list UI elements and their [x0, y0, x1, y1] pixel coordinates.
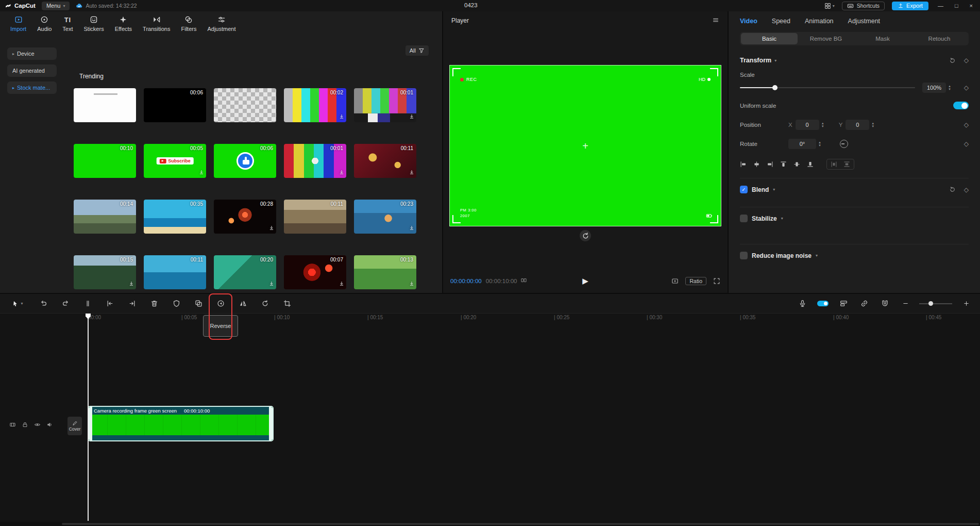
stock-thumbnail-red-fireworks[interactable]: 00:07	[284, 255, 346, 289]
video-preview[interactable]: REC HD PM 3:002007 +	[449, 65, 721, 226]
media-tab-text[interactable]: TIText	[61, 15, 74, 32]
maximize-button[interactable]: □	[953, 3, 960, 9]
align-top-button[interactable]	[780, 161, 787, 168]
clip-left-handle[interactable]	[89, 407, 92, 440]
reset-blend-button[interactable]	[949, 186, 956, 193]
stock-thumbnail-fireworks[interactable]: 00:28	[214, 200, 276, 234]
filter-all-button[interactable]: All	[405, 45, 429, 56]
stock-thumbnail-town[interactable]: 00:14	[74, 200, 136, 234]
scale-value-input[interactable]: 100%	[922, 83, 946, 93]
properties-tab-video[interactable]: Video	[740, 18, 757, 25]
timeline-clip[interactable]: Camera recording frame green screen 00:0…	[88, 406, 274, 441]
ripple-toggle-button[interactable]	[816, 297, 830, 311]
stock-thumbnail-color-bars[interactable]: 00:02	[284, 88, 346, 122]
stabilize-checkbox[interactable]: ✓	[740, 215, 748, 222]
align-middle-button[interactable]	[793, 161, 800, 168]
rotate-keyframe-button[interactable]: ◇	[964, 140, 969, 147]
download-icon[interactable]	[268, 225, 275, 233]
media-tab-stickers[interactable]: Stickers	[83, 15, 105, 32]
distribute-horizontal-button[interactable]	[831, 161, 837, 168]
scale-keyframe-button[interactable]: ◇	[964, 84, 969, 91]
fullscreen-button[interactable]	[713, 277, 720, 285]
sidebar-item-ai-generated[interactable]: AI generated	[7, 64, 57, 77]
export-button[interactable]: Export	[892, 2, 928, 10]
media-tab-audio[interactable]: Audio	[36, 15, 53, 32]
cover-button[interactable]: Cover	[67, 417, 82, 435]
reverse-button[interactable]: Reverse	[214, 297, 227, 311]
subtab-basic[interactable]: Basic	[741, 33, 798, 44]
stock-thumbnail-forest[interactable]: 00:15	[74, 255, 136, 289]
properties-tab-animation[interactable]: Animation	[805, 18, 834, 25]
align-right-button[interactable]	[767, 161, 773, 168]
stock-thumbnail-color-bars-muted[interactable]: 00:01	[354, 88, 416, 122]
caret-down-icon[interactable]: ▾	[774, 58, 776, 63]
download-icon[interactable]	[409, 113, 415, 121]
stock-thumbnail-green-screen[interactable]: 00:10	[74, 144, 136, 178]
media-tab-adjustment[interactable]: Adjustment	[206, 15, 236, 32]
reduce-noise-checkbox[interactable]: ✓	[740, 252, 748, 259]
download-icon[interactable]	[409, 169, 415, 177]
stock-thumbnail-checker[interactable]	[214, 88, 276, 122]
caret-down-icon[interactable]: ▾	[773, 187, 775, 192]
scale-slider[interactable]	[740, 85, 915, 91]
stock-thumbnail-green-subscribe[interactable]: Subscribe00:05	[144, 144, 206, 178]
download-icon[interactable]	[409, 281, 415, 288]
mic-button[interactable]	[796, 297, 809, 311]
stock-thumbnail-boat[interactable]: 00:23	[354, 200, 416, 234]
transform-keyframe-button[interactable]: ◇	[964, 57, 969, 64]
uniform-scale-toggle[interactable]	[953, 102, 969, 109]
rotate-knob[interactable]	[840, 140, 848, 148]
multitrack-button[interactable]	[837, 297, 850, 311]
timeline-scrollbar[interactable]	[0, 522, 980, 526]
media-tab-transitions[interactable]: Transitions	[142, 15, 171, 32]
stock-thumbnail-white-card[interactable]	[74, 88, 136, 122]
stock-thumbnail-test-card[interactable]: 00:01	[284, 144, 346, 178]
rotate-input[interactable]: 0°	[788, 139, 816, 149]
mute-button[interactable]	[46, 421, 53, 428]
blend-checkbox[interactable]: ✓	[740, 186, 748, 193]
position-x-stepper[interactable]: ▲▼	[821, 122, 824, 128]
fit-preview-button[interactable]	[671, 277, 679, 285]
select-button[interactable]: ▾	[7, 297, 28, 311]
properties-tab-adjustment[interactable]: Adjustment	[848, 18, 881, 25]
track-badge-button[interactable]	[9, 421, 16, 428]
caret-down-icon[interactable]: ▾	[781, 216, 783, 221]
subtab-retouch[interactable]: Retouch	[911, 33, 968, 44]
player-menu-button[interactable]	[712, 17, 719, 25]
position-keyframe-button[interactable]: ◇	[964, 121, 969, 128]
shortcuts-button[interactable]: Shortcuts	[842, 2, 885, 10]
blend-keyframe-button[interactable]: ◇	[964, 186, 969, 193]
close-button[interactable]: ×	[968, 3, 975, 9]
timeline-ruler[interactable]: 00:00| 00:05| 00:10| 00:15| 00:20| 00:25…	[0, 315, 980, 325]
layout-button[interactable]: ▾	[824, 3, 835, 9]
clip-right-handle[interactable]	[269, 407, 273, 440]
trim-right-button[interactable]	[125, 297, 139, 311]
rotate-stepper[interactable]: ▲▼	[818, 141, 821, 147]
properties-tab-speed[interactable]: Speed	[772, 18, 790, 25]
sidebar-item-stock-mate[interactable]: ▸Stock mate...	[7, 81, 57, 94]
stock-thumbnail-black[interactable]: 00:06	[144, 88, 206, 122]
segments-button[interactable]	[520, 277, 527, 285]
distribute-vertical-button[interactable]	[843, 161, 850, 168]
link-button[interactable]	[857, 297, 871, 311]
stock-thumbnail-dancing[interactable]: 00:11	[284, 200, 346, 234]
download-icon[interactable]	[128, 281, 134, 288]
stock-thumbnail-christmas[interactable]: 00:11	[354, 144, 416, 178]
undo-button[interactable]	[37, 297, 50, 311]
position-y-stepper[interactable]: ▲▼	[871, 122, 874, 128]
download-icon[interactable]	[198, 169, 205, 177]
zoom-slider-handle[interactable]	[928, 301, 933, 306]
download-icon[interactable]	[339, 169, 345, 177]
media-tab-effects[interactable]: Effects	[114, 15, 133, 32]
split-button[interactable]	[81, 297, 94, 311]
ratio-button[interactable]: Ratio	[685, 277, 706, 285]
rotate-button[interactable]	[258, 297, 272, 311]
stock-thumbnail-beach[interactable]: 00:35	[144, 200, 206, 234]
download-icon[interactable]	[409, 225, 415, 233]
scale-stepper[interactable]: ▲▼	[948, 85, 951, 91]
lock-button[interactable]	[22, 421, 28, 428]
minimize-button[interactable]: —	[936, 3, 945, 9]
download-icon[interactable]	[268, 281, 275, 288]
eye-button[interactable]	[34, 421, 41, 428]
snap-button[interactable]	[878, 297, 891, 311]
